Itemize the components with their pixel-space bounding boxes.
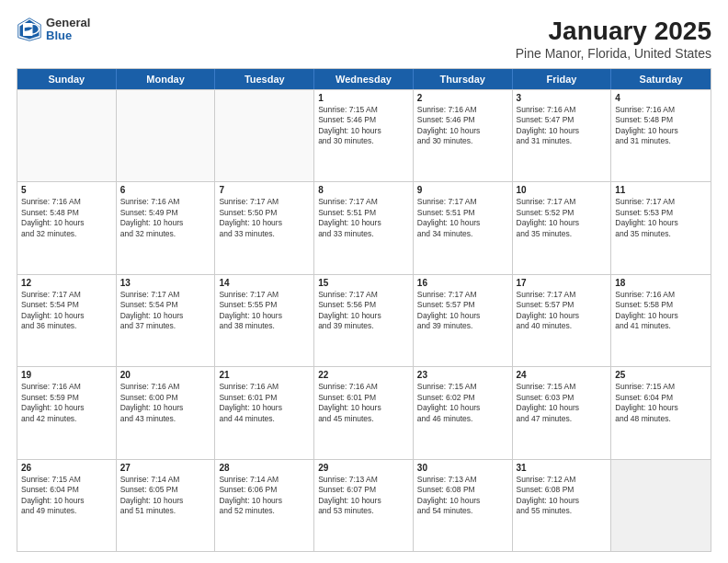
cal-cell: 28Sunrise: 7:14 AM Sunset: 6:06 PM Dayli… xyxy=(215,460,314,551)
cal-cell: 12Sunrise: 7:17 AM Sunset: 5:54 PM Dayli… xyxy=(17,275,117,366)
cal-cell: 7Sunrise: 7:17 AM Sunset: 5:50 PM Daylig… xyxy=(215,182,314,273)
main-title: January 2025 xyxy=(516,17,711,46)
cal-cell: 6Sunrise: 7:16 AM Sunset: 5:49 PM Daylig… xyxy=(117,182,216,273)
day-number: 16 xyxy=(417,278,508,288)
cal-cell: 22Sunrise: 7:16 AM Sunset: 6:01 PM Dayli… xyxy=(314,367,414,458)
cal-cell: 14Sunrise: 7:17 AM Sunset: 5:55 PM Dayli… xyxy=(215,275,314,366)
page: General Blue January 2025 Pine Manor, Fl… xyxy=(0,0,728,563)
title-block: January 2025 Pine Manor, Florida, United… xyxy=(516,17,711,61)
day-number: 24 xyxy=(517,370,608,380)
cal-cell: 26Sunrise: 7:15 AM Sunset: 6:04 PM Dayli… xyxy=(17,460,117,551)
cell-text: Sunrise: 7:16 AM Sunset: 5:47 PM Dayligh… xyxy=(517,105,608,147)
cal-cell: 10Sunrise: 7:17 AM Sunset: 5:52 PM Dayli… xyxy=(513,182,612,273)
cal-row: 12Sunrise: 7:17 AM Sunset: 5:54 PM Dayli… xyxy=(17,274,711,366)
cal-cell xyxy=(215,90,314,181)
day-number: 3 xyxy=(517,93,608,103)
cell-text: Sunrise: 7:12 AM Sunset: 6:08 PM Dayligh… xyxy=(517,475,608,517)
day-number: 10 xyxy=(517,185,608,195)
cal-row: 5Sunrise: 7:16 AM Sunset: 5:48 PM Daylig… xyxy=(17,181,711,273)
day-number: 17 xyxy=(517,278,608,288)
day-number: 20 xyxy=(120,370,211,380)
calendar-body: 1Sunrise: 7:15 AM Sunset: 5:46 PM Daylig… xyxy=(17,89,711,551)
cell-text: Sunrise: 7:15 AM Sunset: 6:02 PM Dayligh… xyxy=(417,382,508,424)
cell-text: Sunrise: 7:13 AM Sunset: 6:07 PM Dayligh… xyxy=(318,475,409,517)
logo: General Blue xyxy=(17,17,90,43)
cal-cell: 21Sunrise: 7:16 AM Sunset: 6:01 PM Dayli… xyxy=(215,367,314,458)
cell-text: Sunrise: 7:15 AM Sunset: 6:03 PM Dayligh… xyxy=(517,382,608,424)
cell-text: Sunrise: 7:17 AM Sunset: 5:57 PM Dayligh… xyxy=(417,290,508,332)
cell-text: Sunrise: 7:15 AM Sunset: 6:04 PM Dayligh… xyxy=(21,475,112,517)
calendar: SundayMondayTuesdayWednesdayThursdayFrid… xyxy=(17,68,711,552)
day-number: 6 xyxy=(120,185,211,195)
cal-cell: 2Sunrise: 7:16 AM Sunset: 5:46 PM Daylig… xyxy=(414,90,513,181)
cell-text: Sunrise: 7:17 AM Sunset: 5:53 PM Dayligh… xyxy=(615,197,707,239)
cell-text: Sunrise: 7:17 AM Sunset: 5:50 PM Dayligh… xyxy=(219,197,310,239)
cal-header-cell: Saturday xyxy=(611,69,711,89)
cell-text: Sunrise: 7:15 AM Sunset: 6:04 PM Dayligh… xyxy=(615,382,707,424)
cell-text: Sunrise: 7:16 AM Sunset: 5:48 PM Dayligh… xyxy=(21,197,112,239)
logo-icon xyxy=(17,17,42,42)
cal-row: 26Sunrise: 7:15 AM Sunset: 6:04 PM Dayli… xyxy=(17,459,711,551)
cal-cell xyxy=(117,90,216,181)
cal-cell: 8Sunrise: 7:17 AM Sunset: 5:51 PM Daylig… xyxy=(314,182,414,273)
cal-header-cell: Friday xyxy=(513,69,612,89)
day-number: 12 xyxy=(21,278,112,288)
cell-text: Sunrise: 7:16 AM Sunset: 5:48 PM Dayligh… xyxy=(615,105,707,147)
cal-cell: 16Sunrise: 7:17 AM Sunset: 5:57 PM Dayli… xyxy=(414,275,513,366)
cal-cell: 17Sunrise: 7:17 AM Sunset: 5:57 PM Dayli… xyxy=(513,275,612,366)
cell-text: Sunrise: 7:17 AM Sunset: 5:52 PM Dayligh… xyxy=(517,197,608,239)
cell-text: Sunrise: 7:16 AM Sunset: 5:59 PM Dayligh… xyxy=(21,382,112,424)
cal-header-cell: Monday xyxy=(117,69,216,89)
cell-text: Sunrise: 7:17 AM Sunset: 5:51 PM Dayligh… xyxy=(318,197,409,239)
day-number: 15 xyxy=(318,278,409,288)
day-number: 18 xyxy=(615,278,707,288)
logo-blue-text: Blue xyxy=(46,29,90,42)
cal-cell: 3Sunrise: 7:16 AM Sunset: 5:47 PM Daylig… xyxy=(513,90,612,181)
cal-cell: 5Sunrise: 7:16 AM Sunset: 5:48 PM Daylig… xyxy=(17,182,117,273)
cal-cell: 23Sunrise: 7:15 AM Sunset: 6:02 PM Dayli… xyxy=(414,367,513,458)
day-number: 9 xyxy=(417,185,508,195)
day-number: 2 xyxy=(417,93,508,103)
day-number: 19 xyxy=(21,370,112,380)
day-number: 8 xyxy=(318,185,409,195)
cal-cell xyxy=(17,90,117,181)
calendar-header: SundayMondayTuesdayWednesdayThursdayFrid… xyxy=(17,69,711,89)
logo-general-text: General xyxy=(46,17,90,29)
cal-cell: 4Sunrise: 7:16 AM Sunset: 5:48 PM Daylig… xyxy=(611,90,711,181)
day-number: 26 xyxy=(21,463,112,473)
day-number: 5 xyxy=(21,185,112,195)
day-number: 7 xyxy=(219,185,310,195)
cell-text: Sunrise: 7:16 AM Sunset: 6:01 PM Dayligh… xyxy=(219,382,310,424)
cal-cell: 25Sunrise: 7:15 AM Sunset: 6:04 PM Dayli… xyxy=(611,367,711,458)
cell-text: Sunrise: 7:17 AM Sunset: 5:57 PM Dayligh… xyxy=(517,290,608,332)
cal-cell: 9Sunrise: 7:17 AM Sunset: 5:51 PM Daylig… xyxy=(414,182,513,273)
cal-cell: 27Sunrise: 7:14 AM Sunset: 6:05 PM Dayli… xyxy=(117,460,216,551)
cal-cell: 18Sunrise: 7:16 AM Sunset: 5:58 PM Dayli… xyxy=(611,275,711,366)
day-number: 23 xyxy=(417,370,508,380)
cal-header-cell: Sunday xyxy=(17,69,117,89)
day-number: 4 xyxy=(615,93,707,103)
cal-cell: 24Sunrise: 7:15 AM Sunset: 6:03 PM Dayli… xyxy=(513,367,612,458)
cell-text: Sunrise: 7:15 AM Sunset: 5:46 PM Dayligh… xyxy=(318,105,409,147)
day-number: 13 xyxy=(120,278,211,288)
cal-cell: 1Sunrise: 7:15 AM Sunset: 5:46 PM Daylig… xyxy=(314,90,414,181)
cal-header-cell: Thursday xyxy=(414,69,513,89)
day-number: 25 xyxy=(615,370,707,380)
cell-text: Sunrise: 7:17 AM Sunset: 5:54 PM Dayligh… xyxy=(21,290,112,332)
cal-header-cell: Tuesday xyxy=(215,69,314,89)
cal-cell: 31Sunrise: 7:12 AM Sunset: 6:08 PM Dayli… xyxy=(513,460,612,551)
cal-row: 1Sunrise: 7:15 AM Sunset: 5:46 PM Daylig… xyxy=(17,89,711,181)
cal-cell xyxy=(611,460,711,551)
day-number: 1 xyxy=(318,93,409,103)
cell-text: Sunrise: 7:16 AM Sunset: 6:01 PM Dayligh… xyxy=(318,382,409,424)
cell-text: Sunrise: 7:14 AM Sunset: 6:05 PM Dayligh… xyxy=(120,475,211,517)
day-number: 14 xyxy=(219,278,310,288)
cell-text: Sunrise: 7:16 AM Sunset: 6:00 PM Dayligh… xyxy=(120,382,211,424)
cal-header-cell: Wednesday xyxy=(314,69,414,89)
cal-cell: 30Sunrise: 7:13 AM Sunset: 6:08 PM Dayli… xyxy=(414,460,513,551)
cell-text: Sunrise: 7:17 AM Sunset: 5:55 PM Dayligh… xyxy=(219,290,310,332)
cal-cell: 20Sunrise: 7:16 AM Sunset: 6:00 PM Dayli… xyxy=(117,367,216,458)
logo-text: General Blue xyxy=(46,17,90,43)
cell-text: Sunrise: 7:17 AM Sunset: 5:56 PM Dayligh… xyxy=(318,290,409,332)
cell-text: Sunrise: 7:14 AM Sunset: 6:06 PM Dayligh… xyxy=(219,475,310,517)
